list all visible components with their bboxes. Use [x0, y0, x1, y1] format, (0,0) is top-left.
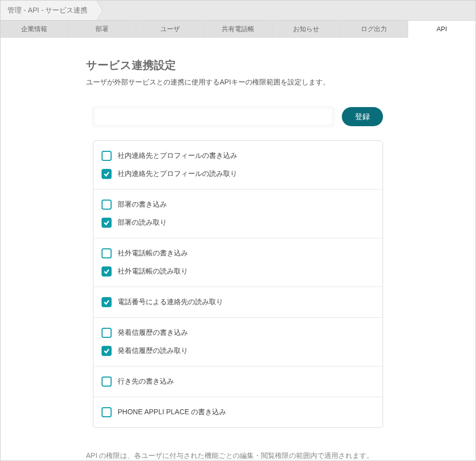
perm-item[interactable]: 社内連絡先とプロフィールの書き込み [98, 147, 378, 165]
perm-label: 部署の読み取り [118, 218, 167, 227]
perm-label: 社内連絡先とプロフィールの読み取り [118, 169, 237, 178]
tab-1[interactable]: 部署 [68, 21, 136, 37]
breadcrumb-label: 管理 - API - サービス連携 [8, 6, 87, 15]
perm-group: PHONE APPLI PLACE の書き込み [93, 397, 383, 427]
checkbox-icon[interactable] [102, 169, 112, 179]
perm-item[interactable]: 社外電話帳の書き込み [98, 244, 378, 262]
tab-3[interactable]: 共有電話帳 [204, 21, 272, 37]
permissions-box: 社内連絡先とプロフィールの書き込み社内連絡先とプロフィールの読み取り部署の書き込… [93, 140, 383, 428]
perm-item[interactable]: 社外電話帳の読み取り [98, 262, 378, 281]
submit-button[interactable]: 登録 [342, 107, 383, 126]
breadcrumb-bar: 管理 - API - サービス連携 [1, 1, 475, 21]
tab-2[interactable]: ユーザ [136, 21, 204, 37]
perm-label: 発着信履歴の書き込み [118, 328, 188, 337]
perm-item[interactable]: 発着信履歴の書き込み [98, 324, 378, 342]
tab-0[interactable]: 企業情報 [1, 21, 68, 37]
perm-item[interactable]: 部署の書き込み [98, 196, 378, 214]
perm-item[interactable]: 部署の読み取り [98, 214, 378, 232]
perm-item[interactable]: 発着信履歴の読み取り [98, 342, 378, 360]
checkbox-icon[interactable] [102, 377, 112, 387]
tab-bar: 企業情報部署ユーザ共有電話帳お知らせログ出力API [1, 21, 475, 38]
perm-label: 行き先の書き込み [118, 377, 174, 386]
perm-group: 行き先の書き込み [93, 366, 383, 397]
footnote: API の権限は、各ユーザに付与された機能ごとの編集・閲覧権限の範囲内で適用され… [86, 450, 390, 461]
page-title: サービス連携設定 [86, 58, 390, 73]
main-content: サービス連携設定 ユーザが外部サービスとの連携に使用するAPIキーの権限範囲を設… [1, 38, 475, 461]
checkbox-icon[interactable] [102, 346, 112, 356]
checkbox-icon[interactable] [102, 266, 112, 276]
checkbox-icon[interactable] [102, 200, 112, 210]
perm-label: 社外電話帳の書き込み [118, 249, 188, 258]
register-row: 登録 [86, 107, 390, 126]
checkbox-icon[interactable] [102, 328, 112, 338]
tab-5[interactable]: ログ出力 [340, 21, 408, 37]
perm-group: 発着信履歴の書き込み発着信履歴の読み取り [93, 318, 383, 366]
tab-4[interactable]: お知らせ [272, 21, 340, 37]
perm-label: 社外電話帳の読み取り [118, 267, 188, 276]
checkbox-icon[interactable] [102, 297, 112, 307]
perm-label: 社内連絡先とプロフィールの書き込み [118, 151, 237, 160]
perm-group: 社外電話帳の書き込み社外電話帳の読み取り [93, 238, 383, 287]
perm-label: 電話番号による連絡先の読み取り [118, 298, 223, 307]
perm-item[interactable]: 電話番号による連絡先の読み取り [98, 293, 378, 311]
footnote-line: API の権限は、各ユーザに付与された機能ごとの編集・閲覧権限の範囲内で適用され… [86, 450, 390, 461]
checkbox-icon[interactable] [102, 218, 112, 228]
perm-item[interactable]: 行き先の書き込み [98, 373, 378, 391]
perm-group: 部署の書き込み部署の読み取り [93, 190, 383, 238]
checkbox-icon[interactable] [102, 248, 112, 258]
perm-label: 発着信履歴の読み取り [118, 346, 188, 355]
perm-item[interactable]: PHONE APPLI PLACE の書き込み [98, 403, 378, 421]
perm-label: 部署の書き込み [118, 200, 167, 209]
breadcrumb[interactable]: 管理 - API - サービス連携 [1, 1, 97, 20]
checkbox-icon[interactable] [102, 407, 112, 417]
page-description: ユーザが外部サービスとの連携に使用するAPIキーの権限範囲を設定します。 [86, 78, 390, 87]
service-name-input[interactable] [93, 107, 334, 126]
perm-label: PHONE APPLI PLACE の書き込み [118, 408, 226, 417]
perm-item[interactable]: 社内連絡先とプロフィールの読み取り [98, 165, 378, 183]
checkbox-icon[interactable] [102, 151, 112, 161]
perm-group: 社内連絡先とプロフィールの書き込み社内連絡先とプロフィールの読み取り [93, 141, 383, 190]
tab-6[interactable]: API [408, 21, 475, 38]
perm-group: 電話番号による連絡先の読み取り [93, 287, 383, 318]
